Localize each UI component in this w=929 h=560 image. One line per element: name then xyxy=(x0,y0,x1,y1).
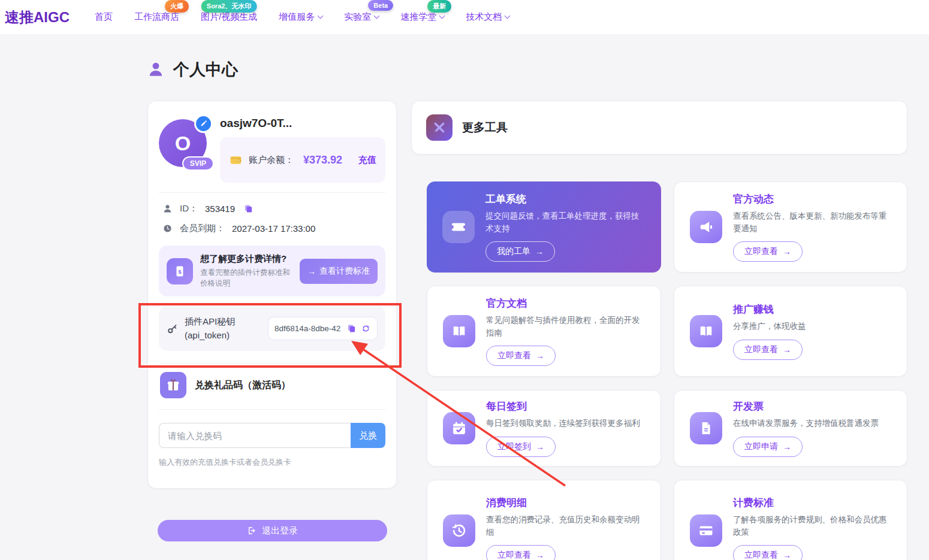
arrow-right-icon: → xyxy=(783,247,791,256)
edit-avatar-button[interactable] xyxy=(194,114,213,133)
chevron-down-icon xyxy=(505,13,511,19)
tool-button-label: 立即申请 xyxy=(744,441,778,452)
api-token-value: 8df6814a-8dbe-42 xyxy=(275,324,342,333)
tool-body: 每日签到 每日签到领取奖励，连续签到获得更多福利 立即签到 → xyxy=(486,399,645,457)
expire-value: 2027-03-17 17:33:00 xyxy=(232,223,315,234)
tool-title: 每日签到 xyxy=(486,399,645,413)
logout-button[interactable]: 退出登录 xyxy=(158,520,387,541)
nav-item-academy[interactable]: 速推学堂 最新 xyxy=(400,11,444,23)
username: oasjw7O-0T... xyxy=(220,117,385,130)
nav-label: 速推学堂 xyxy=(400,11,436,23)
invoice-icon xyxy=(690,412,722,444)
profile-head: O SVIP oasjw7O-0T... 账户余额： ¥373.92 充值 xyxy=(159,114,385,183)
brand-logo[interactable]: 速推AIGC xyxy=(5,0,70,34)
redeem-hint: 输入有效的充值兑换卡或者会员兑换卡 xyxy=(159,457,385,468)
nav-item-image-video[interactable]: 图片/视频生成 Sora2、无水印 xyxy=(201,11,257,23)
credit-card-icon xyxy=(690,514,722,547)
nav-label: 技术文档 xyxy=(466,11,502,23)
checkin-button[interactable]: 立即签到 → xyxy=(486,437,556,457)
view-docs-button[interactable]: 立即查看 → xyxy=(486,346,556,366)
view-announcements-button[interactable]: 立即查看 → xyxy=(733,241,803,262)
tool-title: 计费标准 xyxy=(733,496,891,510)
hot-badge: 火爆 xyxy=(165,0,189,13)
history-icon xyxy=(443,514,475,547)
tool-card-announcements[interactable]: 官方动态 查看系统公告、版本更新、新功能发布等重要通知 立即查看 → xyxy=(674,181,907,273)
tool-button-label: 立即查看 xyxy=(744,344,778,355)
tool-card-referral[interactable]: 推广赚钱 分享推广，体现收益 立即查看 → xyxy=(674,286,907,377)
tool-card-checkin[interactable]: 每日签到 每日签到领取奖励，连续签到获得更多福利 立即签到 → xyxy=(427,390,661,467)
copy-id-icon[interactable] xyxy=(243,204,254,214)
tool-title: 开发票 xyxy=(733,399,891,413)
api-key-labels: 插件API秘钥 (api_token) xyxy=(185,315,235,342)
redeem-button[interactable]: 兑换 xyxy=(351,423,385,448)
gift-code-header: 兑换礼品码（激活码） xyxy=(159,370,385,401)
tool-card-consumption[interactable]: 消费明细 查看您的消费记录、充值历史和余额变动明细 立即查看 → xyxy=(427,480,661,560)
expire-label: 会员到期： xyxy=(180,223,225,234)
billing-title: 想了解更多计费详情? xyxy=(200,253,292,265)
beta-badge: Beta xyxy=(368,0,393,11)
balance-box: 账户余额： ¥373.92 充值 xyxy=(220,137,385,183)
tool-card-pricing[interactable]: 计费标准 了解各项服务的计费规则、价格和会员优惠政策 立即查看 → xyxy=(674,480,907,560)
billing-texts: 想了解更多计费详情? 查看完整的插件计费标准和价格说明 xyxy=(200,253,292,289)
tool-card-docs[interactable]: 官方文档 常见问题解答与插件使用教程，全面的开发指南 立即查看 → xyxy=(427,286,661,377)
arrow-right-icon: → xyxy=(535,247,544,256)
redeem-row: 兑换 xyxy=(159,423,385,448)
tool-button-label: 立即查看 xyxy=(497,550,531,560)
tool-desc: 查看系统公告、版本更新、新功能发布等重要通知 xyxy=(733,210,891,235)
arrow-right-icon: → xyxy=(536,442,544,452)
tool-body: 推广赚钱 分享推广，体现收益 立即查看 → xyxy=(733,302,891,360)
tool-card-invoice[interactable]: 开发票 在线申请发票服务，支持增值税普通发票 立即申请 → xyxy=(674,390,907,467)
tool-title: 消费明细 xyxy=(486,496,645,510)
redeem-code-input[interactable] xyxy=(159,423,351,448)
recharge-link[interactable]: 充值 xyxy=(358,155,376,166)
api-key-label: 插件API秘钥 xyxy=(185,315,235,329)
id-label: ID： xyxy=(180,203,198,214)
api-token-field: 8df6814a-8dbe-42 xyxy=(268,317,378,340)
divider xyxy=(159,192,385,193)
pencil-icon xyxy=(199,119,208,128)
balance-label: 账户余额： xyxy=(249,155,294,166)
nav-label: 增值服务 xyxy=(279,11,315,23)
svg-text:$: $ xyxy=(178,268,181,274)
arrow-right-icon: → xyxy=(536,550,544,560)
membership-expiry-row: 会员到期： 2027-03-17 17:33:00 xyxy=(159,219,385,238)
user-id-row: ID： 353419 xyxy=(159,199,385,219)
billing-doc-icon: $ xyxy=(167,258,193,284)
nav-label: 工作流商店 xyxy=(134,11,179,23)
view-consumption-button[interactable]: 立即查看 → xyxy=(486,545,556,560)
ticket-icon xyxy=(442,211,475,243)
copy-token-icon[interactable] xyxy=(346,323,357,334)
tool-card-tickets[interactable]: 工单系统 提交问题反馈，查看工单处理进度，获得技术支持 我的工单 → xyxy=(427,181,661,273)
tool-body: 工单系统 提交问题反馈，查看工单处理进度，获得技术支持 我的工单 → xyxy=(485,192,646,262)
arrow-right-icon: → xyxy=(536,351,544,361)
tool-title: 官方文档 xyxy=(486,296,645,310)
chevron-down-icon xyxy=(439,13,445,19)
page-title-text: 个人中心 xyxy=(173,59,238,80)
tool-desc: 分享推广，体现收益 xyxy=(733,320,891,333)
tools-icon xyxy=(426,114,453,141)
logout-icon xyxy=(247,526,257,535)
my-tickets-button[interactable]: 我的工单 → xyxy=(485,241,555,262)
apply-invoice-button[interactable]: 立即申请 → xyxy=(733,437,803,457)
tool-body: 官方动态 查看系统公告、版本更新、新功能发布等重要通知 立即查看 → xyxy=(733,192,891,262)
nav-item-docs[interactable]: 技术文档 xyxy=(466,11,509,23)
view-referral-button[interactable]: 立即查看 → xyxy=(733,340,803,360)
tool-button-label: 我的工单 xyxy=(497,246,530,257)
svip-badge: SVIP xyxy=(182,156,214,171)
nav-item-workflow-store[interactable]: 工作流商店 火爆 xyxy=(134,11,179,23)
more-tools-header: 更多工具 xyxy=(411,101,907,155)
view-billing-label: 查看计费标准 xyxy=(319,266,370,277)
refresh-token-icon[interactable] xyxy=(361,323,371,334)
nav-item-value-services[interactable]: 增值服务 xyxy=(279,11,322,23)
view-pricing-button[interactable]: 立即查看 → xyxy=(733,545,803,560)
balance-value: ¥373.92 xyxy=(303,154,342,167)
calendar-check-icon xyxy=(443,412,475,444)
divider xyxy=(159,409,385,410)
chevron-down-icon xyxy=(318,13,324,19)
nav-item-home[interactable]: 首页 xyxy=(95,11,113,23)
tool-button-label: 立即查看 xyxy=(744,550,778,560)
top-nav-bar: 速推AIGC 首页 工作流商店 火爆 图片/视频生成 Sora2、无水印 增值服… xyxy=(0,0,929,34)
nav-item-lab[interactable]: 实验室 Beta xyxy=(344,11,379,23)
view-billing-button[interactable]: → 查看计费标准 xyxy=(300,259,378,284)
new-badge: 最新 xyxy=(427,0,451,13)
